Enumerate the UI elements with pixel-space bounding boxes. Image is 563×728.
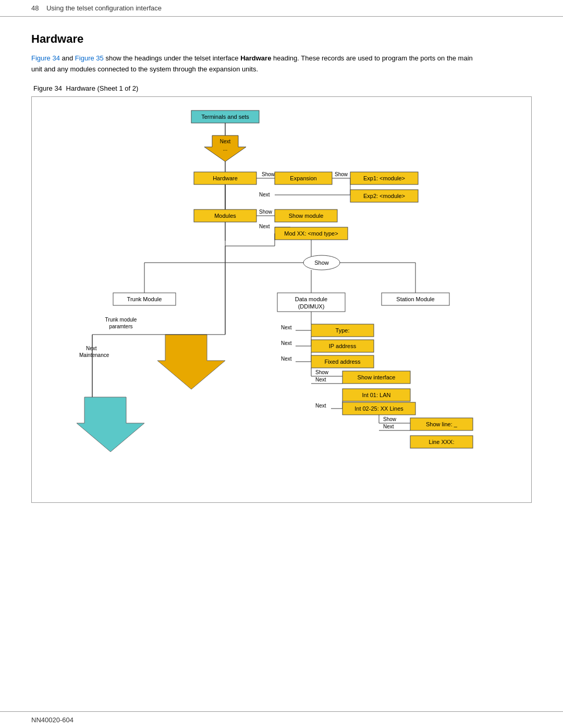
svg-text:(DDIMUX): (DDIMUX) [298,303,325,310]
svg-text:Next: Next [315,403,326,409]
svg-text:Hardware: Hardware [213,175,238,181]
svg-text:Next: Next [315,377,326,382]
figure35-link[interactable]: Figure 35 [75,54,104,62]
header-page-number: 48 [31,4,39,12]
svg-text:Next: Next [281,356,292,362]
svg-text:Next: Next [259,224,270,229]
svg-marker-90 [157,335,225,389]
page: 48 Using the telset configuration interf… [0,0,563,728]
svg-text:Show module: Show module [289,213,324,219]
svg-text:Trunk Module: Trunk Module [127,296,162,302]
figure-caption-text: Hardware (Sheet 1 of 2) [66,84,139,92]
main-content: Hardware Figure 34 and Figure 35 show th… [0,17,563,513]
svg-text:Mod XX: <mod type>: Mod XX: <mod type> [284,230,338,237]
svg-text:Next: Next [383,424,394,429]
svg-text:Exp2: <module>: Exp2: <module> [363,193,405,199]
diagram-svg: Terminals and sets Next ... Hardware Sho… [40,105,530,501]
figure-label: Figure 34 [33,84,62,92]
header-title: Using the telset configuration interface [46,4,162,12]
intro-text-part4: show the headings under the telset inter… [105,54,240,62]
svg-text:Type:: Type: [336,327,350,334]
svg-text:Next: Next [281,340,292,346]
svg-text:Station Module: Station Module [396,296,434,302]
svg-text:Modules: Modules [214,213,236,219]
svg-text:IP address: IP address [329,343,357,349]
page-header: 48 Using the telset configuration interf… [0,0,563,17]
svg-text:Next: Next [86,346,97,351]
intro-paragraph: Figure 34 and Figure 35 show the heading… [31,53,485,75]
intro-bold: Hardware [240,54,271,62]
svg-text:...: ... [223,146,227,152]
svg-text:Line XXX:: Line XXX: [429,439,455,445]
svg-text:Fixed address: Fixed address [324,359,361,365]
svg-text:Int 01: LAN: Int 01: LAN [362,392,390,398]
svg-text:Next: Next [281,325,292,330]
svg-text:Show: Show [315,369,329,375]
section-heading: Hardware [31,32,532,46]
svg-text:Expansion: Expansion [290,175,316,181]
footer-doc-number: NN40020-604 [31,716,74,724]
intro-and: and [62,54,75,62]
svg-text:Show: Show [259,209,273,215]
figure34-link[interactable]: Figure 34 [31,54,60,62]
svg-text:Data module: Data module [295,296,327,302]
svg-text:Trunk module: Trunk module [105,317,137,323]
svg-text:Show interface: Show interface [358,374,396,380]
figure-caption: Figure 34 Hardware (Sheet 1 of 2) [31,84,532,92]
svg-text:Int 02-25: XX Lines: Int 02-25: XX Lines [354,405,403,412]
svg-text:Show: Show [383,416,397,422]
svg-text:Terminals and sets: Terminals and sets [201,114,249,120]
svg-text:Maintenance: Maintenance [79,352,109,358]
svg-text:paramters: paramters [109,324,132,329]
svg-marker-91 [77,397,144,452]
page-footer: NN40020-604 [0,711,563,728]
svg-text:Show: Show [262,171,275,177]
diagram-container: Terminals and sets Next ... Hardware Sho… [31,96,532,503]
svg-text:Show: Show [314,260,329,266]
svg-text:Show: Show [335,171,348,177]
svg-text:Next: Next [259,192,270,198]
svg-text:Exp1: <module>: Exp1: <module> [363,175,405,181]
svg-text:Next: Next [220,139,231,144]
svg-text:Show line: _: Show line: _ [426,421,458,427]
